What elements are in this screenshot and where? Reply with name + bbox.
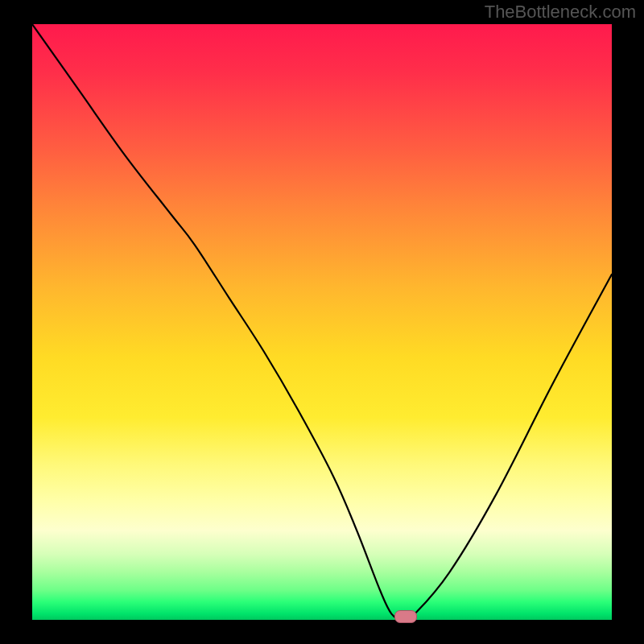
- bottleneck-curve-line: [32, 24, 612, 620]
- optimal-point-marker: [394, 610, 417, 623]
- plot-area: [32, 24, 612, 620]
- watermark-text: TheBottleneck.com: [485, 2, 636, 23]
- bottleneck-curve-svg: [32, 24, 612, 620]
- chart-frame: TheBottleneck.com: [0, 0, 644, 644]
